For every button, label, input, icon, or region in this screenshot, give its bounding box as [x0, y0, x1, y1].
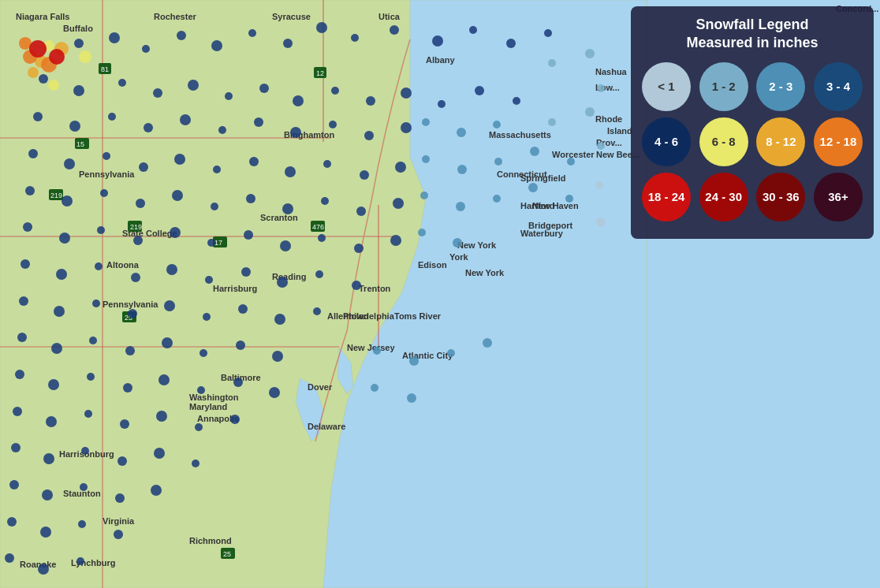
svg-point-134 [393, 198, 404, 209]
svg-point-215 [456, 202, 465, 211]
svg-point-127 [136, 199, 145, 208]
svg-point-202 [114, 530, 123, 539]
svg-text:New York: New York [465, 268, 505, 277]
legend-item-2-3: 2 - 3 [756, 62, 805, 111]
svg-point-122 [360, 170, 369, 180]
svg-point-200 [40, 527, 51, 538]
svg-text:Harrisburg: Harrisburg [213, 284, 257, 293]
svg-point-142 [280, 240, 291, 251]
svg-point-189 [43, 453, 54, 464]
svg-text:Rochester: Rochester [154, 12, 197, 21]
svg-point-192 [154, 448, 165, 459]
svg-point-101 [513, 97, 520, 105]
svg-point-174 [48, 379, 59, 390]
svg-point-157 [54, 306, 65, 317]
svg-point-226 [407, 393, 416, 403]
svg-text:Worcester: Worcester [552, 150, 595, 159]
svg-point-218 [565, 195, 573, 203]
svg-point-89 [73, 85, 84, 96]
svg-point-187 [230, 415, 240, 424]
svg-point-190 [81, 447, 89, 455]
svg-point-176 [123, 383, 132, 393]
svg-text:Dover: Dover [308, 382, 333, 392]
svg-point-139 [170, 227, 181, 238]
legend-item-3-4: 3 - 4 [814, 62, 863, 111]
legend-title-line2: Measured in inches [686, 35, 818, 50]
svg-point-240 [28, 67, 39, 78]
svg-point-180 [269, 387, 280, 398]
svg-text:219: 219 [130, 223, 142, 231]
svg-point-245 [49, 49, 65, 65]
svg-text:New Haven: New Haven [532, 201, 579, 210]
svg-point-162 [238, 304, 248, 314]
svg-point-185 [156, 411, 167, 422]
svg-point-172 [272, 351, 283, 362]
svg-text:15: 15 [76, 140, 84, 148]
svg-text:New Jersey: New Jersey [347, 343, 395, 352]
svg-text:Trenton: Trenton [359, 284, 391, 293]
svg-point-75 [109, 32, 120, 43]
svg-text:Massachusetts: Massachusetts [489, 130, 551, 140]
svg-point-106 [180, 114, 191, 125]
legend-item-8-12: 8 - 12 [756, 117, 805, 166]
svg-point-79 [248, 29, 256, 37]
svg-point-173 [15, 370, 24, 379]
legend-item-30-36: 30 - 36 [756, 173, 805, 221]
svg-text:17: 17 [214, 239, 222, 247]
svg-point-84 [432, 35, 443, 47]
legend-row-2: 4 - 6 6 - 8 8 - 12 12 - 18 [642, 117, 863, 166]
svg-text:Connecticut: Connecticut [497, 169, 547, 179]
svg-point-221 [373, 347, 381, 355]
svg-text:Roanoke: Roanoke [20, 560, 56, 569]
svg-point-229 [597, 84, 605, 92]
svg-point-114 [64, 158, 75, 169]
legend-item-1-2: 1 - 2 [699, 62, 748, 111]
svg-point-97 [366, 96, 375, 106]
svg-point-208 [493, 121, 501, 128]
svg-point-156 [19, 296, 28, 306]
svg-point-223 [447, 349, 455, 357]
svg-point-225 [371, 384, 378, 392]
svg-point-131 [282, 203, 293, 214]
svg-point-109 [290, 127, 301, 138]
svg-text:Richmond: Richmond [189, 536, 232, 545]
svg-text:Scranton: Scranton [260, 213, 298, 222]
svg-text:12: 12 [316, 69, 324, 77]
svg-point-184 [120, 419, 129, 429]
svg-point-163 [274, 314, 285, 325]
legend-item-6-8: 6 - 8 [699, 117, 748, 166]
svg-point-195 [42, 489, 53, 501]
svg-point-82 [351, 34, 359, 42]
svg-point-196 [80, 483, 88, 491]
svg-point-77 [177, 31, 186, 40]
svg-point-94 [259, 84, 269, 93]
svg-point-145 [390, 235, 401, 246]
svg-point-178 [197, 386, 205, 394]
svg-point-161 [203, 313, 211, 321]
svg-point-99 [438, 100, 446, 108]
svg-point-182 [46, 416, 57, 427]
svg-point-203 [5, 553, 14, 563]
svg-point-108 [254, 117, 263, 127]
svg-point-191 [117, 456, 127, 466]
svg-point-105 [144, 123, 153, 132]
svg-point-111 [364, 131, 374, 140]
svg-point-216 [493, 195, 501, 203]
svg-text:Washington: Washington [189, 393, 239, 402]
svg-point-198 [151, 485, 162, 496]
svg-point-113 [28, 149, 38, 158]
svg-point-80 [283, 39, 293, 48]
svg-point-210 [457, 165, 467, 174]
svg-point-213 [567, 158, 575, 166]
svg-point-179 [233, 378, 243, 387]
legend-item-4-6: 4 - 6 [642, 117, 691, 166]
svg-text:Delaware: Delaware [308, 422, 345, 431]
svg-point-222 [409, 356, 419, 366]
svg-point-147 [56, 269, 67, 280]
svg-point-92 [188, 80, 199, 91]
svg-point-135 [23, 222, 32, 232]
svg-point-188 [11, 443, 21, 452]
svg-point-160 [164, 300, 175, 311]
svg-point-167 [89, 337, 97, 344]
svg-text:Utica: Utica [378, 12, 401, 21]
